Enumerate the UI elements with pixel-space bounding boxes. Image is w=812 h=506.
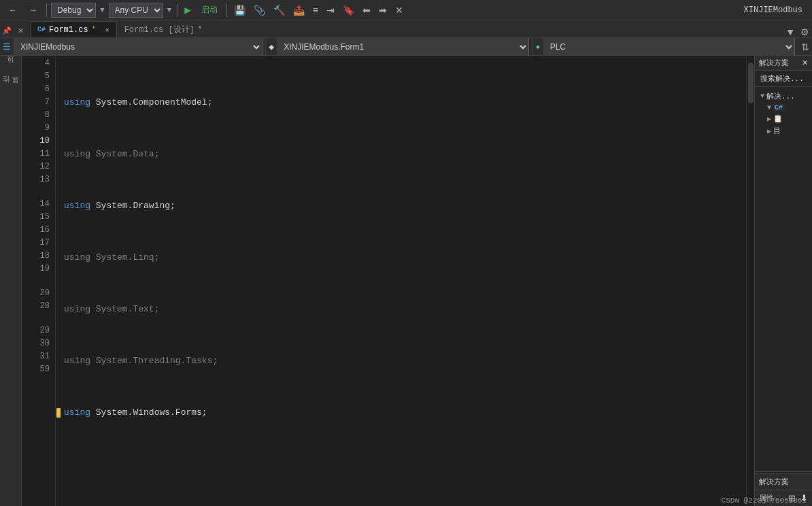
class-dropdown[interactable]: XINJIEModbus.Form1 — [277, 38, 529, 56]
save-all-button[interactable]: 💾 — [231, 3, 248, 17]
pin-button[interactable]: 📌 — [0, 24, 14, 37]
kw-using-9: using — [64, 354, 90, 367]
namespace-section: ☰ XINJIEModbus — [0, 38, 266, 56]
indent-button[interactable]: ⇥ — [324, 3, 337, 17]
kw-using-7: using — [64, 251, 90, 264]
search-label: 搜索解决... — [760, 75, 804, 83]
settings-button[interactable]: ⚙ — [798, 27, 812, 37]
panel-divider — [755, 471, 812, 472]
prev-bookmark-button[interactable]: ⬅ — [360, 3, 373, 17]
tab-form1-cs[interactable]: C# Form1.cs * ✕ — [30, 21, 117, 37]
ln-11: 11 — [22, 148, 50, 161]
ln-19: 19 — [22, 263, 50, 275]
tree-icon-4: 目 — [773, 126, 781, 136]
class-section: ◆ XINJIEModbus.Form1 — [266, 38, 532, 56]
run-icon: ▶ — [182, 2, 194, 18]
namespace-icon: ☰ — [3, 41, 11, 52]
nav-bar: ☰ XINJIEModbus ◆ XINJIEModbus.Form1 ⬥ PL… — [0, 38, 812, 56]
tab-list-button[interactable]: ▼ — [783, 27, 798, 37]
scrollbar-thumb[interactable] — [748, 63, 754, 103]
nav-forward-button[interactable]: → — [24, 3, 42, 17]
separator-1 — [46, 3, 47, 17]
ln-30: 30 — [22, 337, 50, 350]
sync-button[interactable]: ⇅ — [798, 40, 812, 54]
code-line-4: using System.ComponentModel; — [64, 96, 746, 109]
main-layout: 顶 属性 4 5 6 7 8 9 10 11 12 13 14 15 16 — [0, 56, 812, 506]
ln-28: 28 — [22, 300, 50, 313]
tab-modified-indicator: * — [92, 26, 96, 33]
vertical-scrollbar[interactable] — [746, 56, 754, 506]
tab-bar: 📌 ✕ C# Form1.cs * ✕ Form1.cs [设计] * ▼ ⚙ — [0, 20, 812, 38]
code-line-7: using System.Linq; — [64, 251, 746, 264]
ln-6: 6 — [22, 83, 50, 96]
publish-button[interactable]: 📤 — [290, 3, 307, 17]
brand-label: XINJIEModbus — [744, 5, 808, 15]
build-button[interactable]: 🔨 — [271, 3, 288, 17]
tree-item-cs-project[interactable]: ▼ C# — [758, 103, 809, 113]
solution-label: 解决方案 — [759, 478, 789, 486]
left-sidebar: 顶 属性 — [0, 56, 22, 506]
code-line-9: using System.Threading.Tasks; — [64, 354, 746, 367]
panel-close[interactable]: ✕ — [802, 58, 808, 67]
code-line-8: using System.Text; — [64, 303, 746, 316]
platform-dropdown[interactable]: Any CPU — [109, 3, 163, 18]
ln-20: 20 — [22, 287, 50, 300]
status-text: CSDN @2201_76061361 — [722, 496, 807, 505]
code-line-6: using System.Drawing; — [64, 199, 746, 212]
format-button[interactable]: ≡ — [310, 3, 321, 17]
tree-expand-4: ▶ — [767, 127, 771, 135]
nav-back-button[interactable]: ← — [4, 3, 22, 17]
editor-area[interactable]: 4 5 6 7 8 9 10 11 12 13 14 15 16 17 18 1… — [22, 56, 746, 506]
tree-expand-1: ▼ — [760, 92, 764, 100]
next-bookmark-button[interactable]: ➡ — [376, 3, 390, 17]
separator-3 — [226, 3, 227, 17]
tab-close-button[interactable]: ✕ — [105, 26, 109, 34]
ln-10: 10 — [22, 135, 50, 148]
tree-item-project3[interactable]: ▶ 目 — [758, 124, 809, 137]
ln-8: 8 — [22, 109, 50, 122]
tree-item-project2[interactable]: ▶ 📋 — [758, 113, 809, 124]
code-line-11 — [64, 458, 746, 471]
close-editor-button[interactable]: ✕ — [14, 24, 27, 37]
ln-hint3 — [22, 313, 50, 324]
code-editor[interactable]: using System.ComponentModel; using Syste… — [56, 56, 746, 506]
right-panel: 解决方案 ✕ 搜索解决... ▼ 解决... ▼ C# ▶ 📋 ▶ — [754, 56, 812, 506]
sidebar-top-btn[interactable]: 顶 — [1, 58, 20, 78]
ln-16: 16 — [22, 224, 50, 237]
editor-container: 4 5 6 7 8 9 10 11 12 13 14 15 16 17 18 1… — [22, 56, 754, 506]
config-dropdown[interactable]: Debug — [51, 3, 96, 18]
ln-7: 7 — [22, 96, 50, 109]
tab-form1-design-label: Form1.cs [设计] — [124, 24, 194, 35]
panel-bottom: 解决方案 — [755, 473, 812, 490]
search-area: 搜索解决... — [755, 71, 812, 87]
kw-using-4: using — [64, 96, 90, 109]
sidebar-bottom-btn[interactable]: 属性 — [1, 79, 20, 98]
ln-29: 29 — [22, 324, 50, 337]
code-line-10: using System.Windows.Forms; — [64, 406, 746, 419]
separator-2 — [177, 3, 177, 17]
ln-15: 15 — [22, 211, 50, 224]
tree-label-solution: 解决... — [766, 91, 795, 101]
member-dropdown[interactable]: PLC — [543, 38, 795, 56]
kw-using-6: using — [64, 199, 90, 212]
ln-17: 17 — [22, 237, 50, 250]
clear-bookmarks-button[interactable]: ✕ — [392, 3, 406, 17]
ln-hint2 — [22, 275, 50, 287]
ln-14: 14 — [22, 198, 50, 211]
namespace-dropdown[interactable]: XINJIEModbus — [14, 38, 263, 56]
ln-9: 9 — [22, 122, 50, 135]
ln-13: 13 — [22, 173, 50, 186]
ln-31: 31 — [22, 350, 50, 363]
member-section: ⬥ PLC — [532, 38, 798, 56]
attach-button[interactable]: 📎 — [251, 3, 268, 17]
tree-expand-3: ▶ — [767, 115, 771, 123]
start-button[interactable]: 启动 — [197, 2, 222, 18]
bookmark-button[interactable]: 🔖 — [340, 3, 357, 17]
kw-using-5: using — [64, 148, 90, 161]
ln-4: 4 — [22, 57, 50, 70]
tree-item-solution[interactable]: ▼ 解决... — [758, 90, 809, 103]
tree-icon-3: 📋 — [773, 114, 783, 123]
tab-form1-design[interactable]: Form1.cs [设计] * — [117, 21, 209, 37]
member-icon: ⬥ — [535, 41, 541, 52]
tab-cs-icon: C# — [37, 26, 46, 33]
